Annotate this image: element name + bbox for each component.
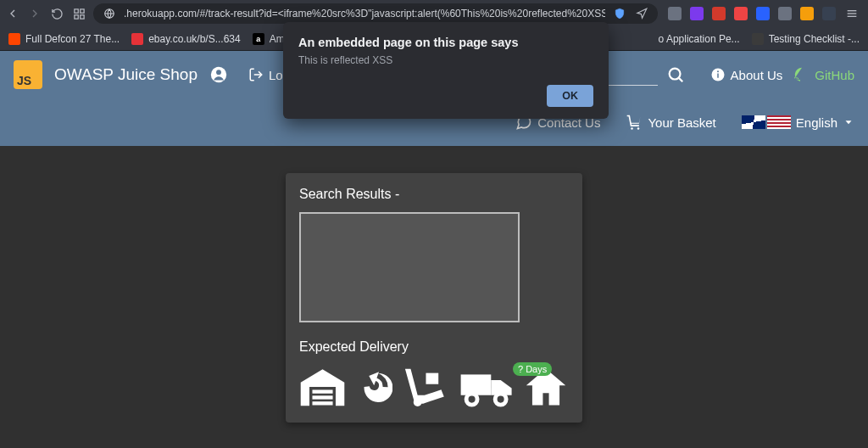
- bookmark-item[interactable]: Full Defcon 27 The...: [8, 33, 120, 45]
- svg-rect-20: [312, 389, 332, 393]
- main-content: Search Results - Expected Delivery ? Day…: [0, 146, 868, 448]
- about-button[interactable]: About Us: [710, 67, 783, 82]
- svg-point-27: [495, 394, 506, 405]
- svg-rect-3: [80, 14, 83, 18]
- dialog-message: This is reflected XSS: [298, 54, 593, 66]
- truck-icon: [459, 366, 515, 408]
- extension-icon[interactable]: [690, 7, 704, 20]
- svg-point-16: [717, 70, 719, 72]
- svg-rect-2: [74, 14, 77, 18]
- warehouse-icon: [299, 365, 346, 409]
- info-icon: [710, 67, 726, 82]
- extension-icon[interactable]: [712, 7, 726, 20]
- globe-icon: [102, 6, 117, 21]
- bookmark-item[interactable]: ebay.co.uk/b/S...634: [131, 33, 241, 45]
- svg-point-18: [637, 127, 640, 130]
- apps-grid-icon[interactable]: [71, 6, 86, 21]
- address-bar[interactable]: .herokuapp.com/#/track-result?id=<iframe…: [93, 3, 658, 24]
- app-logo-icon[interactable]: [14, 60, 42, 89]
- svg-marker-5: [637, 8, 647, 18]
- svg-rect-1: [80, 8, 83, 12]
- favicon-icon: [752, 33, 764, 45]
- extension-icon[interactable]: [800, 7, 814, 20]
- svg-point-26: [466, 394, 477, 405]
- extension-icon[interactable]: [668, 7, 682, 20]
- svg-rect-0: [74, 8, 77, 12]
- app-title: OWASP Juice Shop: [54, 65, 198, 84]
- home-step: ? Days: [523, 366, 569, 408]
- language-selector[interactable]: English: [742, 115, 854, 130]
- search-icon[interactable]: [666, 65, 685, 84]
- delivery-steps: ? Days: [299, 365, 569, 409]
- favicon-icon: a: [253, 33, 264, 45]
- send-icon[interactable]: [634, 6, 649, 21]
- search-result-card: Search Results - Expected Delivery ? Day…: [286, 173, 582, 423]
- dialog-ok-button[interactable]: OK: [547, 85, 593, 107]
- days-badge: ? Days: [513, 362, 552, 376]
- alert-dialog: An embedded page on this page says This …: [283, 22, 609, 119]
- extension-icon[interactable]: [822, 7, 836, 20]
- svg-line-13: [678, 78, 682, 81]
- bookmark-label: ebay.co.uk/b/S...634: [148, 33, 241, 45]
- bookmark-label: Testing Checklist -...: [769, 33, 860, 45]
- svg-rect-22: [312, 401, 332, 405]
- nav-back-icon[interactable]: [5, 6, 20, 21]
- nav-forward-icon[interactable]: [27, 6, 42, 21]
- svg-marker-19: [846, 120, 852, 124]
- chevron-down-icon: [843, 116, 854, 128]
- logout-icon: [248, 67, 264, 82]
- github-link[interactable]: GitHub: [794, 67, 854, 82]
- svg-rect-15: [717, 74, 719, 78]
- search-results-heading: Search Results -: [299, 187, 569, 202]
- flag-uk-icon: [742, 115, 765, 129]
- github-label: GitHub: [815, 68, 854, 82]
- browser-extensions: [665, 6, 863, 21]
- svg-point-23: [414, 398, 422, 406]
- account-icon: [209, 65, 228, 84]
- extension-icon[interactable]: [734, 7, 748, 20]
- account-button[interactable]: [209, 65, 228, 84]
- extension-icon[interactable]: [756, 7, 770, 20]
- svg-rect-25: [461, 374, 492, 395]
- svg-point-17: [632, 127, 634, 130]
- language-label: English: [796, 115, 837, 130]
- github-icon: [794, 67, 810, 82]
- reload-icon[interactable]: [49, 6, 64, 21]
- svg-point-12: [669, 69, 680, 80]
- about-label: About Us: [731, 68, 783, 82]
- sync-icon: [354, 367, 392, 407]
- bookmark-item[interactable]: o Application Pe...: [659, 33, 740, 45]
- bookmark-item[interactable]: Testing Checklist -...: [752, 33, 860, 45]
- basket-button[interactable]: Your Basket: [626, 114, 715, 131]
- hand-truck-icon: [401, 366, 451, 408]
- shield-check-icon[interactable]: [612, 6, 627, 21]
- dialog-title: An embedded page on this page says: [298, 36, 593, 49]
- menu-icon[interactable]: [844, 6, 860, 21]
- address-bar-text: .herokuapp.com/#/track-result?id=<iframe…: [124, 8, 605, 20]
- favicon-icon: [131, 33, 143, 45]
- svg-point-10: [216, 70, 221, 75]
- bookmark-label: Full Defcon 27 The...: [25, 33, 120, 45]
- extension-icon[interactable]: [778, 7, 792, 20]
- cart-icon: [626, 114, 643, 131]
- flag-us-icon: [767, 115, 791, 129]
- favicon-icon: [8, 33, 20, 45]
- svg-rect-21: [312, 395, 332, 399]
- expected-delivery-heading: Expected Delivery: [299, 339, 569, 355]
- svg-rect-24: [426, 373, 439, 384]
- basket-label: Your Basket: [648, 115, 715, 130]
- injected-iframe: [299, 212, 520, 322]
- bookmark-label: o Application Pe...: [659, 33, 740, 45]
